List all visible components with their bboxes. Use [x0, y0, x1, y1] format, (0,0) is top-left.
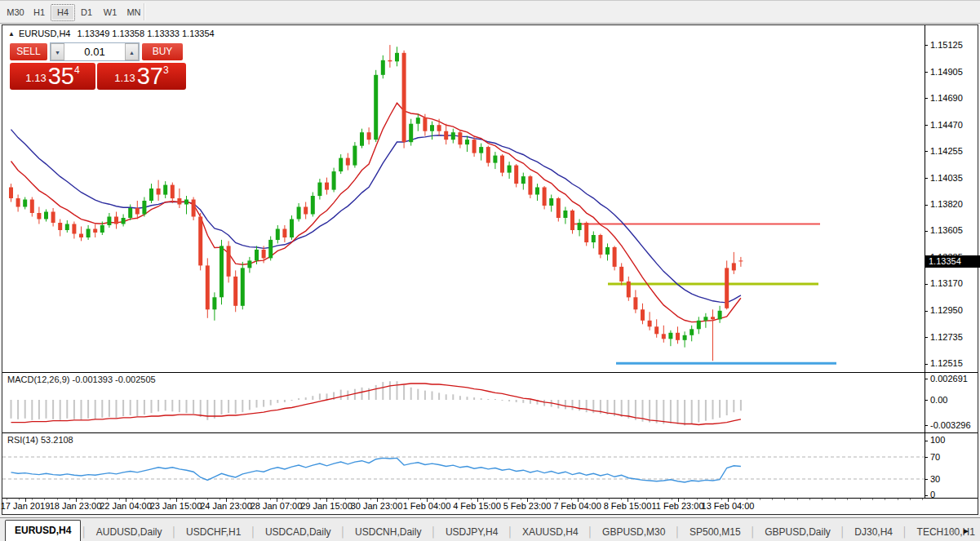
sell-price-pips: 35 [48, 64, 74, 88]
date-axis-minor-tick [684, 499, 685, 500]
date-axis-minor-tick [345, 499, 346, 500]
price-axis-label: 1.12950 [930, 305, 963, 316]
chart-tab-audusd-daily[interactable]: AUDUSD,Daily [87, 523, 171, 541]
chart-tab-gbpusd-daily[interactable]: GBPUSD,Daily [756, 523, 840, 541]
price-axis-label: 1.14035 [930, 173, 963, 184]
date-axis-minor-tick [44, 499, 45, 500]
rsi-axis-label: 100 [930, 435, 945, 446]
date-axis-tick [126, 499, 126, 502]
date-axis-tick [277, 499, 277, 502]
volume-value[interactable]: 0.01 [64, 43, 125, 60]
chart-tab-usdcad-daily[interactable]: USDCAD,Daily [256, 523, 340, 541]
macd-label: MACD(12,26,9) -0.001393 -0.002505 [7, 375, 156, 384]
chart-title-row: ▲EURUSD,H41.13349 1.13358 1.13333 1.1335… [8, 29, 215, 40]
date-axis-label: 7 Feb 04:00 [553, 501, 601, 511]
date-axis-label: 8 Feb 15:00 [604, 501, 652, 511]
chart-tab-xauusd-h4[interactable]: XAUUSD,H4 [513, 523, 588, 541]
date-axis-minor-tick [609, 499, 610, 500]
buy-price-prefix: 1.13 [114, 69, 135, 88]
chart-tab-eurusd-h4[interactable]: EURUSD,H4 [5, 520, 81, 541]
collapse-panel-icon[interactable]: ▲ [8, 30, 15, 38]
volume-spinner: ▼ 0.01 ▲ [50, 42, 140, 61]
date-axis-minor-tick [408, 499, 409, 500]
macd-axis-label: -0.003296 [930, 420, 971, 431]
price-axis-label: 1.13170 [930, 278, 963, 289]
tab-scroll-buttons: ◄► [949, 526, 975, 535]
date-axis-minor-tick [446, 499, 446, 500]
timeframe-button-m30[interactable]: M30 [3, 4, 28, 21]
price-axis-label: 1.15125 [930, 40, 963, 51]
price-axis-tick [925, 231, 928, 232]
macd-axis-tick [925, 400, 928, 401]
buy-button[interactable]: BUY [142, 43, 183, 60]
date-axis-minor-tick [898, 499, 898, 500]
timeframe-button-mn[interactable]: MN [122, 4, 146, 21]
buy-price-point: 3 [163, 65, 169, 75]
timeframe-button-w1[interactable]: W1 [98, 4, 122, 21]
date-axis-label: 4 Feb 15:00 [453, 501, 501, 511]
date-axis-minor-tick [646, 499, 647, 500]
date-axis-minor-tick [69, 499, 70, 500]
date-axis-minor-tick [157, 499, 158, 500]
price-axis-tick [925, 151, 928, 152]
ma-slow-line [11, 130, 741, 303]
date-axis-minor-tick [885, 499, 885, 500]
chart-tab-usdcnh-daily[interactable]: USDCNH,Daily [346, 523, 430, 541]
date-axis-label: 5 Feb 23:00 [503, 501, 552, 511]
tab-separator: │ [507, 523, 513, 541]
date-axis-label: 18 Jan 23:00 [50, 501, 102, 511]
price-axis-label: 1.14255 [930, 146, 963, 157]
volume-down-icon[interactable]: ▼ [51, 43, 64, 60]
date-axis-tick [477, 499, 478, 502]
chart-tab-bar: EURUSD,H4│AUDUSD,Daily│USDCHF,H1│USDCAD,… [0, 517, 980, 541]
chart-tab-usdchf-h1[interactable]: USDCHF,H1 [177, 523, 250, 541]
date-axis-minor-tick [32, 499, 33, 500]
date-axis-minor-tick [596, 499, 597, 500]
date-axis-tick [678, 499, 679, 502]
timeframe-button-d1[interactable]: D1 [74, 4, 99, 21]
tab-scroll-left-icon[interactable]: ◄ [949, 526, 962, 535]
tab-separator: │ [250, 523, 256, 541]
date-axis-minor-tick [333, 499, 334, 500]
timeframe-toolbar: M30H1H4D1W1MN [0, 1, 980, 24]
sell-price-button[interactable]: 1.13 35 4 [10, 63, 95, 90]
buy-price-button[interactable]: 1.13 37 3 [97, 63, 186, 90]
chart-tab-usdjpy-h4[interactable]: USDJPY,H4 [437, 523, 507, 541]
tab-separator: │ [674, 523, 681, 541]
date-axis-minor-tick [760, 499, 760, 500]
timeframe-button-h1[interactable]: H1 [27, 4, 51, 21]
date-axis-tick [326, 499, 327, 502]
date-axis-minor-tick [295, 499, 296, 500]
chart-tab-gbpusd-m30[interactable]: GBPUSD,M30 [593, 523, 674, 541]
date-axis-minor-tick [521, 499, 521, 500]
date-axis-minor-tick [207, 499, 208, 500]
price-axis-label: 1.14470 [930, 120, 963, 131]
date-axis-minor-tick [571, 499, 572, 500]
symbol-title: EURUSD,H4 [19, 29, 71, 38]
date-axis-label: 23 Jan 15:00 [150, 501, 202, 511]
price-axis-tick [925, 205, 928, 206]
date-axis-label: 22 Jan 04:00 [100, 501, 152, 511]
date-axis-minor-tick [634, 499, 635, 500]
date-axis-minor-tick [534, 499, 534, 500]
macd-axis-tick [925, 425, 928, 426]
date-axis-minor-tick [772, 499, 773, 500]
chart-tab-sp500-m15[interactable]: SP500,M15 [681, 523, 750, 541]
date-axis-tick [578, 499, 579, 502]
date-axis-minor-tick [270, 499, 271, 500]
tab-scroll-right-icon[interactable]: ► [962, 526, 975, 535]
chart-tab-dj30-h4[interactable]: DJ30,H4 [845, 523, 902, 541]
rsi-indicator-pane[interactable] [2, 433, 925, 497]
price-axis-tick [925, 178, 928, 179]
date-axis-minor-tick [433, 499, 434, 500]
date-axis-label: 1 Feb 04:00 [403, 501, 451, 511]
volume-up-icon[interactable]: ▲ [125, 43, 139, 60]
tab-separator: │ [340, 523, 347, 541]
date-axis-tick [226, 499, 227, 502]
date-axis-minor-tick [471, 499, 472, 500]
timeframe-button-h4[interactable]: H4 [51, 4, 75, 21]
date-axis-tick [728, 499, 729, 502]
macd-axis-label: 0.00 [930, 395, 947, 406]
date-axis-minor-tick [258, 499, 259, 500]
sell-button[interactable]: SELL [10, 43, 47, 60]
